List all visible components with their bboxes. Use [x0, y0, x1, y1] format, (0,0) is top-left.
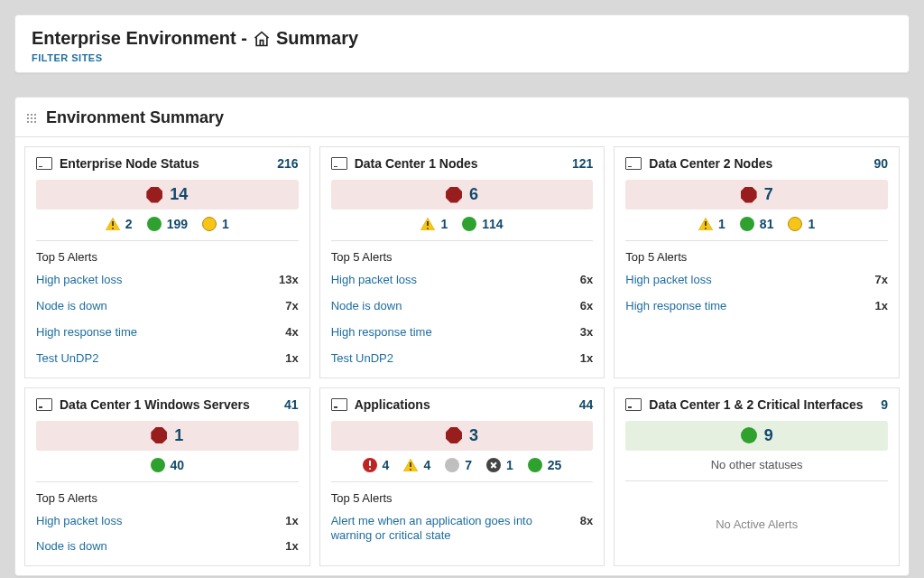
alert-name[interactable]: High response time — [36, 325, 274, 340]
status-stat[interactable]: 2 — [106, 217, 133, 231]
alert-count: 8x — [580, 514, 593, 527]
alert-count: 7x — [875, 273, 888, 286]
drag-handle-icon[interactable] — [26, 113, 37, 124]
warning-triangle-icon — [403, 459, 418, 471]
status-stat[interactable]: 1 — [788, 217, 815, 231]
tile-header: Data Center 1 Windows Servers41 — [36, 397, 299, 412]
alert-count: 7x — [285, 299, 298, 312]
no-other-statuses: No other statuses — [625, 458, 888, 481]
alert-name[interactable]: High packet loss — [36, 514, 274, 529]
status-stat[interactable]: 1 — [202, 217, 229, 231]
tile-title[interactable]: Data Center 2 Nodes — [649, 156, 772, 171]
primary-status-band[interactable]: 7 — [625, 180, 888, 210]
tile: Enterprise Node Status2161421991Top 5 Al… — [24, 146, 310, 378]
alert-name[interactable]: High packet loss — [625, 273, 864, 288]
secondary-status-row: 447125 — [331, 458, 594, 482]
status-stat-value: 114 — [482, 217, 503, 231]
status-stat[interactable]: 7 — [445, 458, 472, 472]
status-stat[interactable]: 114 — [462, 217, 503, 231]
node-icon — [625, 157, 642, 170]
primary-status-band[interactable]: 9 — [625, 421, 888, 451]
home-icon — [253, 30, 271, 48]
status-disabled-icon — [486, 458, 501, 472]
alert-name[interactable]: High packet loss — [331, 273, 569, 288]
primary-status-band[interactable]: 14 — [36, 180, 299, 210]
tile-header: Applications44 — [331, 397, 594, 412]
tile-title[interactable]: Enterprise Node Status — [60, 156, 199, 171]
alert-row: Alert me when an application goes into w… — [331, 508, 594, 550]
tile-title[interactable]: Data Center 1 Nodes — [355, 156, 478, 171]
tile: Applications443447125Top 5 AlertsAlert m… — [319, 387, 605, 567]
alert-name[interactable]: Alert me when an application goes into w… — [331, 514, 569, 545]
tiles-grid: Enterprise Node Status2161421991Top 5 Al… — [15, 137, 909, 575]
node-icon — [36, 157, 52, 170]
alert-count: 1x — [285, 351, 298, 365]
status-stat[interactable]: 40 — [151, 458, 185, 472]
status-stat[interactable]: 25 — [528, 458, 562, 472]
primary-status-value: 9 — [764, 426, 773, 445]
tile-total: 216 — [277, 156, 298, 171]
panel-title: Environment Summary — [46, 108, 224, 127]
alert-count: 6x — [580, 273, 593, 286]
alert-count: 1x — [580, 351, 593, 365]
alert-count: 1x — [285, 514, 298, 527]
status-stat-value: 1 — [222, 217, 229, 231]
top5-heading: Top 5 Alerts — [36, 491, 299, 505]
secondary-status-row: 21991 — [36, 217, 299, 241]
primary-status-value: 1 — [174, 426, 183, 445]
critical-stop-icon — [741, 187, 757, 203]
page-title-prefix: Enterprise Environment - — [32, 28, 247, 49]
primary-status-band[interactable]: 1 — [36, 421, 299, 451]
tile-title[interactable]: Applications — [355, 397, 430, 412]
alert-name[interactable]: Node is down — [331, 299, 569, 314]
warning-triangle-icon — [698, 218, 713, 230]
page-title-suffix: Summary — [276, 28, 358, 49]
tile-header: Enterprise Node Status216 — [36, 156, 299, 171]
status-stat[interactable]: 81 — [740, 217, 774, 231]
status-stat[interactable]: 4 — [363, 458, 390, 472]
tile-title[interactable]: Data Center 1 & 2 Critical Interfaces — [649, 397, 863, 412]
primary-status-value: 14 — [170, 185, 188, 204]
status-ok-icon — [151, 458, 165, 472]
status-ok-icon — [528, 458, 542, 472]
alert-count: 6x — [580, 299, 593, 312]
alert-name[interactable]: High packet loss — [36, 273, 268, 288]
alert-name[interactable]: Test UnDP2 — [331, 351, 569, 367]
top5-heading: Top 5 Alerts — [331, 491, 594, 505]
status-stat[interactable]: 1 — [420, 217, 448, 231]
alert-name[interactable]: Test UnDP2 — [36, 351, 274, 367]
status-stat-value: 2 — [125, 217, 133, 231]
status-stat[interactable]: 1 — [698, 217, 725, 231]
status-stat-value: 1 — [506, 458, 513, 472]
alert-name[interactable]: Node is down — [36, 299, 274, 314]
status-stat[interactable]: 1 — [486, 458, 513, 472]
alert-name[interactable]: High response time — [331, 325, 569, 340]
alert-row: High response time4x — [36, 320, 299, 346]
alert-count: 4x — [285, 325, 298, 339]
primary-status-value: 7 — [764, 185, 773, 204]
alert-row: High response time1x — [625, 294, 888, 320]
warning-triangle-icon — [420, 218, 435, 230]
tile: Data Center 2 Nodes9071811Top 5 AlertsHi… — [614, 146, 900, 378]
page-heading: Enterprise Environment - Summary FILTER … — [14, 14, 910, 73]
alert-row: Node is down6x — [331, 294, 594, 320]
filter-sites-link[interactable]: FILTER SITES — [32, 52, 892, 63]
primary-status-band[interactable]: 6 — [331, 180, 594, 210]
no-active-alerts: No Active Alerts — [625, 517, 888, 558]
critical-stop-icon — [146, 187, 162, 203]
alert-row: Test UnDP21x — [331, 346, 594, 372]
status-stat-value: 1 — [718, 217, 725, 231]
critical-stop-icon — [151, 427, 167, 443]
alert-row: High packet loss13x — [36, 267, 299, 294]
alert-name[interactable]: High response time — [625, 299, 864, 314]
tile-total: 121 — [572, 156, 593, 171]
tile-total: 44 — [579, 397, 594, 412]
status-stat[interactable]: 199 — [147, 217, 188, 231]
tile-header: Data Center 1 & 2 Critical Interfaces9 — [625, 397, 888, 412]
alert-name[interactable]: Node is down — [36, 539, 274, 555]
status-stat[interactable]: 4 — [403, 458, 430, 472]
status-unmanaged-icon — [445, 458, 459, 472]
tile-title[interactable]: Data Center 1 Windows Servers — [60, 397, 250, 412]
primary-status-band[interactable]: 3 — [331, 421, 594, 451]
alert-count: 3x — [580, 325, 593, 339]
